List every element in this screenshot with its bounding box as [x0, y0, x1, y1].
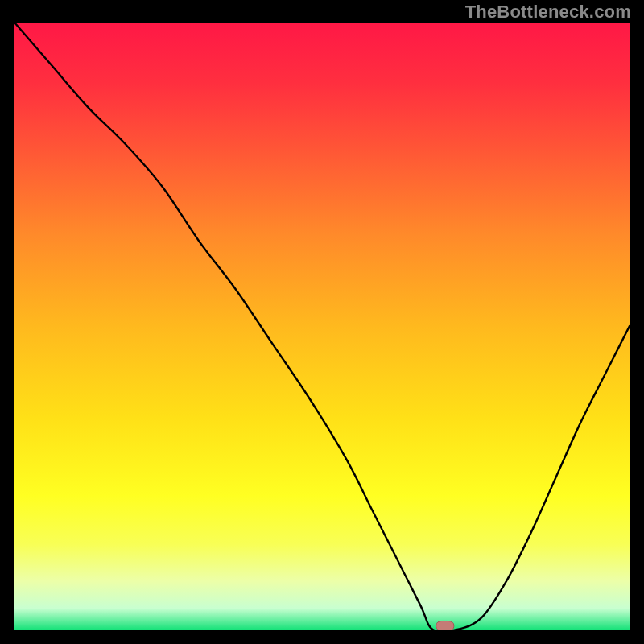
svg-rect-0: [436, 621, 454, 630]
chart-frame: TheBottleneck.com: [0, 0, 644, 644]
gradient-background: [14, 23, 630, 630]
plot-svg: [14, 23, 630, 630]
plot-area: [14, 23, 630, 630]
watermark-text: TheBottleneck.com: [465, 2, 631, 23]
marker-pill: [436, 621, 454, 630]
